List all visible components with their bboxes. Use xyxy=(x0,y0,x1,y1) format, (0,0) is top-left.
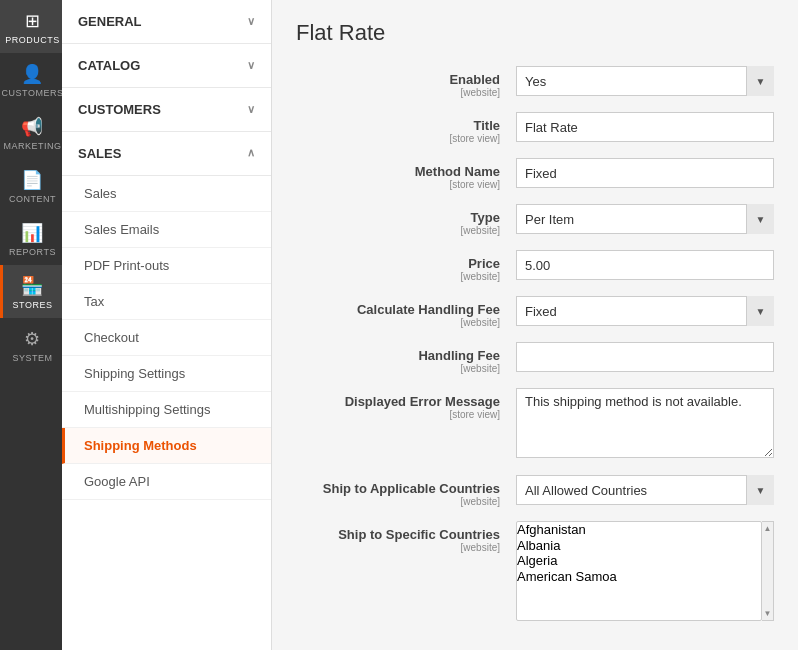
scrollbar[interactable]: ▲ ▼ xyxy=(762,521,774,621)
nav-item-reports[interactable]: 📊 REPORTS xyxy=(0,212,62,265)
sidebar-item-checkout[interactable]: Checkout xyxy=(62,320,271,356)
products-icon: ⊞ xyxy=(25,10,41,32)
reports-icon: 📊 xyxy=(21,222,44,244)
page-title: Flat Rate xyxy=(296,20,774,46)
chevron-down-icon: ∨ xyxy=(247,103,255,116)
handling-fee-input[interactable] xyxy=(516,342,774,372)
icon-nav: ⊞ PRODUCTS 👤 CUSTOMERS 📢 MARKETING 📄 CON… xyxy=(0,0,62,650)
field-price: Price [website] xyxy=(296,250,774,282)
field-handling-fee-calc: Calculate Handling Fee [website] Fixed P… xyxy=(296,296,774,328)
marketing-icon: 📢 xyxy=(21,116,44,138)
stores-icon: 🏪 xyxy=(21,275,44,297)
handling-fee-calc-select[interactable]: Fixed Percent xyxy=(516,296,774,326)
field-handling-fee: Handling Fee [website] xyxy=(296,342,774,374)
content-icon: 📄 xyxy=(21,169,44,191)
specific-countries-select[interactable]: Afghanistan Albania Algeria American Sam… xyxy=(516,521,762,621)
field-enabled: Enabled [website] Yes No ▼ xyxy=(296,66,774,98)
field-error-message: Displayed Error Message [store view] Thi… xyxy=(296,388,774,461)
sidebar-item-shipping-settings[interactable]: Shipping Settings xyxy=(62,356,271,392)
field-method-name: Method Name [store view] xyxy=(296,158,774,190)
applicable-countries-select[interactable]: All Allowed Countries Specific Countries xyxy=(516,475,774,505)
chevron-up-icon: ∨ xyxy=(247,147,255,160)
field-specific-countries: Ship to Specific Countries [website] Afg… xyxy=(296,521,774,621)
type-select[interactable]: Per Item Per Order xyxy=(516,204,774,234)
customers-icon: 👤 xyxy=(21,63,44,85)
chevron-down-icon: ∨ xyxy=(247,59,255,72)
field-applicable-countries: Ship to Applicable Countries [website] A… xyxy=(296,475,774,507)
method-name-input[interactable] xyxy=(516,158,774,188)
sidebar-item-sales-emails[interactable]: Sales Emails xyxy=(62,212,271,248)
nav-item-content[interactable]: 📄 CONTENT xyxy=(0,159,62,212)
sidebar-section-general[interactable]: GENERAL ∨ xyxy=(62,0,271,44)
nav-item-products[interactable]: ⊞ PRODUCTS xyxy=(0,0,62,53)
nav-item-marketing[interactable]: 📢 MARKETING xyxy=(0,106,62,159)
nav-item-customers[interactable]: 👤 CUSTOMERS xyxy=(0,53,62,106)
sidebar-section-catalog[interactable]: CATALOG ∨ xyxy=(62,44,271,88)
sidebar: GENERAL ∨ CATALOG ∨ CUSTOMERS ∨ SALES ∨ … xyxy=(62,0,272,650)
error-message-textarea[interactable]: This shipping method is not available. xyxy=(516,388,774,458)
sidebar-item-sales[interactable]: Sales xyxy=(62,176,271,212)
system-icon: ⚙ xyxy=(24,328,41,350)
nav-item-system[interactable]: ⚙ SYSTEM xyxy=(0,318,62,371)
sidebar-sales-items: Sales Sales Emails PDF Print-outs Tax Ch… xyxy=(62,176,271,500)
sidebar-item-pdf-printouts[interactable]: PDF Print-outs xyxy=(62,248,271,284)
field-title: Title [store view] xyxy=(296,112,774,144)
enabled-select[interactable]: Yes No xyxy=(516,66,774,96)
title-input[interactable] xyxy=(516,112,774,142)
sidebar-section-sales[interactable]: SALES ∨ xyxy=(62,132,271,176)
main-content: Flat Rate Enabled [website] Yes No ▼ Tit… xyxy=(272,0,798,650)
chevron-down-icon: ∨ xyxy=(247,15,255,28)
sidebar-section-customers[interactable]: CUSTOMERS ∨ xyxy=(62,88,271,132)
sidebar-item-shipping-methods[interactable]: Shipping Methods xyxy=(62,428,271,464)
sidebar-item-google-api[interactable]: Google API xyxy=(62,464,271,500)
price-input[interactable] xyxy=(516,250,774,280)
sidebar-item-tax[interactable]: Tax xyxy=(62,284,271,320)
field-type: Type [website] Per Item Per Order ▼ xyxy=(296,204,774,236)
nav-item-stores[interactable]: 🏪 STORES xyxy=(0,265,62,318)
sidebar-item-multishipping-settings[interactable]: Multishipping Settings xyxy=(62,392,271,428)
